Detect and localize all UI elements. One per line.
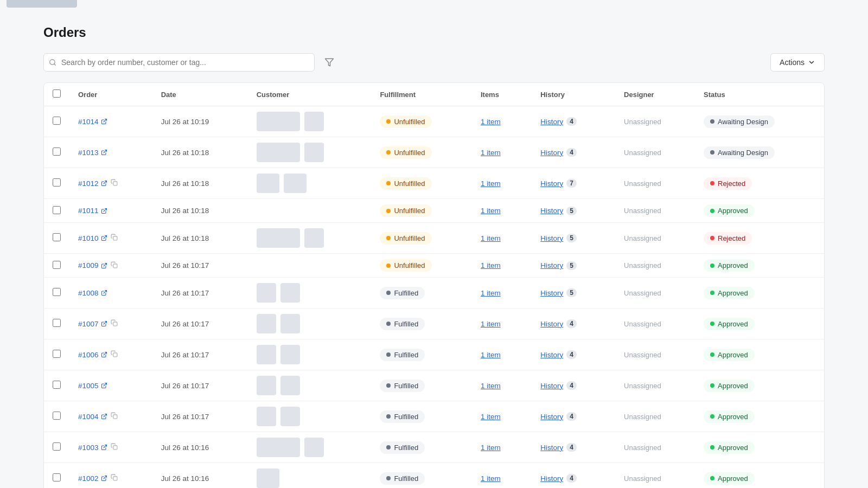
history-link[interactable]: History [540,179,563,188]
history-link[interactable]: History [540,149,563,157]
customer-cell [248,137,372,168]
history-cell: History 4 [532,463,615,489]
order-link[interactable]: #1007 [78,320,107,328]
date-cell: Jul 26 at 10:18 [152,223,248,254]
fulfillment-dot [386,150,391,155]
order-link[interactable]: #1014 [78,118,107,126]
copy-icon[interactable] [111,350,118,359]
customer-cell [248,339,372,370]
history-link[interactable]: History [540,261,563,269]
external-link-icon [101,413,107,420]
order-link[interactable]: #1005 [78,382,107,390]
history-link[interactable]: History [540,444,563,452]
page-title: Orders [43,25,825,40]
history-count-badge: 5 [566,288,577,297]
row-checkbox-cell [44,254,69,278]
history-link[interactable]: History [540,207,563,215]
order-cell: #1006 [69,339,152,370]
items-link[interactable]: 1 item [481,351,501,359]
order-link[interactable]: #1010 [78,234,107,242]
order-link[interactable]: #1013 [78,149,107,157]
status-cell: Rejected [695,223,824,254]
history-link[interactable]: History [540,351,563,359]
row-checkbox[interactable] [53,117,61,125]
external-link-icon [101,235,107,241]
items-link[interactable]: 1 item [481,207,501,215]
customer-thumb [257,314,276,333]
orders-table: Order Date Customer Fulfillment Items Hi… [44,83,824,488]
customer-images [257,174,363,193]
search-input[interactable] [43,53,315,72]
row-checkbox[interactable] [53,261,61,269]
row-checkbox[interactable] [53,473,61,481]
items-link[interactable]: 1 item [481,179,501,188]
history-link[interactable]: History [540,320,563,328]
filter-icon [324,57,334,67]
items-link[interactable]: 1 item [481,474,501,483]
copy-icon[interactable] [111,234,118,242]
history-link[interactable]: History [540,413,563,421]
items-link[interactable]: 1 item [481,444,501,452]
history-link[interactable]: History [540,382,563,390]
row-checkbox[interactable] [53,233,61,241]
order-link[interactable]: #1008 [78,289,107,297]
page-container: Orders Actions [22,8,846,488]
order-link[interactable]: #1012 [78,179,107,188]
select-all-checkbox[interactable] [53,89,61,98]
svg-rect-9 [113,236,117,240]
order-link[interactable]: #1003 [78,444,107,452]
row-checkbox[interactable] [53,350,61,358]
copy-icon[interactable] [111,261,118,270]
items-link[interactable]: 1 item [481,234,501,242]
status-dot [710,119,714,124]
order-cell: #1004 [69,401,152,432]
items-link[interactable]: 1 item [481,118,501,126]
history-link[interactable]: History [540,474,563,483]
history-link[interactable]: History [540,234,563,242]
filter-button[interactable] [320,53,339,72]
customer-cell [248,168,372,199]
copy-icon[interactable] [111,412,118,421]
actions-button[interactable]: Actions [770,53,825,72]
order-link[interactable]: #1009 [78,261,107,269]
order-link[interactable]: #1006 [78,351,107,359]
fulfillment-dot [386,383,391,388]
designer-cell: Unassigned [615,370,695,401]
items-link[interactable]: 1 item [481,413,501,421]
external-link-icon [101,320,107,327]
status-badge: Approved [704,380,755,392]
row-checkbox[interactable] [53,178,61,187]
items-link[interactable]: 1 item [481,289,501,297]
status-dot [710,150,714,155]
table-row: #1005 Jul 26 at 10:17 Fulfilled 1 item H… [44,370,824,401]
row-checkbox[interactable] [53,381,61,389]
items-link[interactable]: 1 item [481,149,501,157]
copy-icon[interactable] [111,474,118,483]
row-checkbox[interactable] [53,288,61,296]
svg-rect-14 [113,322,117,326]
customer-thumb [304,228,324,248]
history-count-badge: 5 [566,234,577,242]
copy-icon[interactable] [111,319,118,328]
top-bar [7,0,77,8]
history-link[interactable]: History [540,289,563,297]
row-checkbox[interactable] [53,147,61,156]
row-checkbox[interactable] [53,319,61,327]
copy-icon[interactable] [111,179,118,188]
row-checkbox[interactable] [53,412,61,420]
items-link[interactable]: 1 item [481,382,501,390]
order-link[interactable]: #1011 [78,207,107,215]
table-header-row: Order Date Customer Fulfillment Items Hi… [44,83,824,106]
items-link[interactable]: 1 item [481,320,501,328]
row-checkbox[interactable] [53,442,61,451]
date-cell: Jul 26 at 10:18 [152,137,248,168]
row-checkbox[interactable] [53,206,61,214]
order-link[interactable]: #1002 [78,474,107,483]
search-wrapper [43,53,315,72]
history-count-badge: 4 [566,381,577,390]
items-link[interactable]: 1 item [481,261,501,269]
copy-icon[interactable] [111,443,118,452]
history-link[interactable]: History [540,118,563,126]
order-link[interactable]: #1004 [78,413,107,421]
status-dot [710,322,714,326]
